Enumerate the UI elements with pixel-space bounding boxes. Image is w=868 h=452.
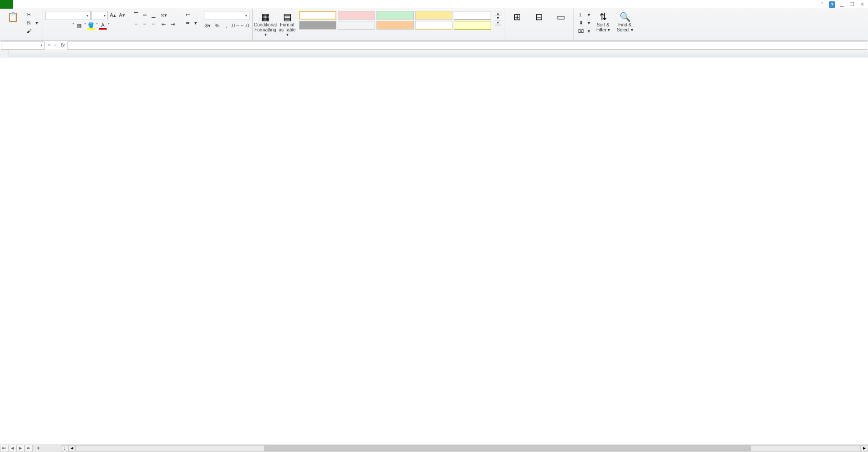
styles-down-icon[interactable]: ▾	[495, 16, 501, 20]
fx-icon[interactable]: fx	[58, 42, 67, 49]
brush-icon: 🖌	[25, 28, 32, 34]
styles-up-icon[interactable]: ▴	[495, 11, 501, 16]
increase-decimal-button[interactable]: .0→	[231, 21, 239, 30]
group-cells: ⊞ ⊟ ▭	[504, 9, 574, 41]
orientation-button[interactable]: ⤭▾	[159, 11, 168, 19]
decrease-indent-button[interactable]: ⇤	[159, 20, 168, 28]
font-size-combo[interactable]: ▾	[91, 11, 108, 20]
paste-icon: 📋	[6, 11, 19, 23]
sheet-nav-last[interactable]: ⏭	[25, 445, 33, 452]
table-icon: ▤	[281, 11, 294, 23]
chevron-down-icon: ▾	[245, 14, 247, 18]
autosum-button[interactable]: Σ▾	[577, 11, 591, 18]
style-input[interactable]	[376, 21, 414, 30]
sheet-nav-first[interactable]: ⏮	[0, 445, 8, 452]
style-neutral[interactable]	[415, 11, 452, 20]
comma-button[interactable]: ,	[222, 21, 230, 30]
style-note[interactable]	[454, 21, 491, 30]
group-font: ▾ ▾ A▴ A▾ ▾ ▦▾ 🪣▾ A▾	[42, 9, 129, 41]
style-check-cell[interactable]	[299, 21, 336, 30]
style-explanatory[interactable]	[338, 21, 375, 30]
sheet-nav-next[interactable]: ▶	[16, 445, 25, 452]
insert-icon: ⊞	[511, 11, 523, 23]
minimize-ribbon-icon[interactable]: ⌃	[819, 1, 825, 8]
increase-indent-button[interactable]: ⇥	[168, 20, 177, 28]
name-box[interactable]: ▾	[1, 41, 45, 50]
formula-input[interactable]	[67, 41, 867, 50]
group-editing: Σ▾ ⬇▾ ⌧▾ ⇅Sort &Filter ▾ 🔍Find &Select ▾	[574, 9, 638, 41]
style-bad[interactable]	[338, 11, 375, 20]
fill-color-button[interactable]: 🪣	[87, 21, 95, 30]
clear-button[interactable]: ⌧▾	[577, 27, 591, 35]
window-restore-icon[interactable]: ❐	[849, 1, 855, 8]
find-select-button[interactable]: 🔍Find &Select ▾	[615, 11, 635, 32]
hscroll-split[interactable]: ⋮	[61, 445, 68, 452]
align-bottom-button[interactable]: ▁	[149, 11, 157, 19]
delete-cells-button[interactable]: ⊟	[529, 11, 549, 23]
format-as-table-button[interactable]: ▤ Formatas Table ▾	[277, 11, 297, 37]
merge-center-button[interactable]: ⬌▾	[183, 19, 198, 26]
hscroll-track[interactable]	[76, 445, 861, 452]
insert-cells-button[interactable]: ⊞	[507, 11, 527, 23]
spreadsheet-grid[interactable]	[0, 50, 868, 444]
group-styles: ▦ ConditionalFormatting ▾ ▤ Formatas Tab…	[253, 9, 504, 41]
fill-button[interactable]: ⬇▾	[577, 19, 591, 26]
styles-gallery-scroll[interactable]: ▴ ▾ ▾	[495, 11, 501, 25]
group-number: ▾ $▾ % , .0→ ←.0	[201, 9, 253, 41]
style-linked-cell[interactable]	[415, 21, 452, 30]
cancel-icon[interactable]: ✕	[46, 42, 52, 49]
align-right-button[interactable]: ≡	[149, 20, 157, 28]
italic-button[interactable]	[54, 21, 62, 30]
sheet-tabs-bar: ⏮ ◀ ▶ ⏭ ✦ ⋮ ◀ ▶	[0, 444, 868, 452]
bold-button[interactable]	[45, 21, 53, 30]
formula-bar: ▾ ✕ ✓ fx	[0, 41, 868, 50]
format-icon: ▭	[554, 11, 567, 23]
hscroll-right[interactable]: ▶	[861, 445, 868, 452]
group-clipboard: 📋 ✂ ⎘▾ 🖌	[0, 9, 42, 41]
percent-button[interactable]: %	[213, 21, 221, 30]
window-min-icon[interactable]: ▁	[839, 1, 845, 8]
enter-icon[interactable]: ✓	[52, 42, 58, 49]
font-name-combo[interactable]: ▾	[45, 11, 91, 20]
underline-button[interactable]	[63, 21, 71, 30]
align-top-button[interactable]: ▔	[132, 11, 140, 19]
shrink-font-button[interactable]: A▾	[118, 11, 126, 19]
currency-button[interactable]: $▾	[204, 21, 212, 30]
delete-icon: ⊟	[533, 11, 545, 23]
number-format-combo[interactable]: ▾	[204, 11, 249, 20]
style-good[interactable]	[376, 11, 414, 20]
select-all-corner[interactable]	[0, 50, 9, 57]
sort-filter-button[interactable]: ⇅Sort &Filter ▾	[593, 11, 613, 32]
grow-font-button[interactable]: A▴	[109, 11, 117, 19]
decrease-decimal-button[interactable]: ←.0	[240, 21, 249, 30]
help-icon[interactable]: ?	[829, 1, 835, 8]
wrap-text-button[interactable]: ↩	[183, 11, 198, 18]
border-button[interactable]: ▦	[75, 21, 83, 30]
cut-icon: ✂	[25, 11, 32, 18]
tab-file[interactable]	[0, 0, 13, 9]
align-middle-button[interactable]: ═	[141, 11, 149, 19]
font-color-button[interactable]: A	[99, 21, 107, 30]
cond-fmt-icon: ▦	[259, 11, 272, 23]
style-calculation[interactable]	[454, 11, 491, 20]
sort-icon: ⇅	[597, 11, 609, 23]
hscroll-left[interactable]: ◀	[68, 445, 76, 452]
ribbon: 📋 ✂ ⎘▾ 🖌 ▾ ▾ A▴ A▾ ▾ ▦▾	[0, 9, 868, 41]
paste-button[interactable]: 📋	[3, 11, 23, 23]
eraser-icon: ⌧	[578, 28, 584, 34]
sheet-nav-prev[interactable]: ◀	[8, 445, 16, 452]
wrap-icon: ↩	[184, 11, 191, 18]
copy-button[interactable]: ⎘▾	[25, 19, 39, 26]
styles-more-icon[interactable]: ▾	[495, 20, 501, 25]
conditional-formatting-button[interactable]: ▦ ConditionalFormatting ▾	[255, 11, 275, 37]
window-close-icon[interactable]: ✕	[859, 1, 865, 8]
align-center-button[interactable]: ≡	[141, 20, 149, 28]
style-normal[interactable]	[299, 11, 336, 20]
align-left-button[interactable]: ≡	[132, 20, 140, 28]
format-cells-button[interactable]: ▭	[551, 11, 571, 23]
hscroll-thumb[interactable]	[264, 446, 751, 451]
format-painter-button[interactable]: 🖌	[25, 27, 39, 35]
cut-button[interactable]: ✂	[25, 11, 39, 18]
new-sheet-button[interactable]: ✦	[34, 446, 43, 451]
find-icon: 🔍	[619, 11, 631, 23]
